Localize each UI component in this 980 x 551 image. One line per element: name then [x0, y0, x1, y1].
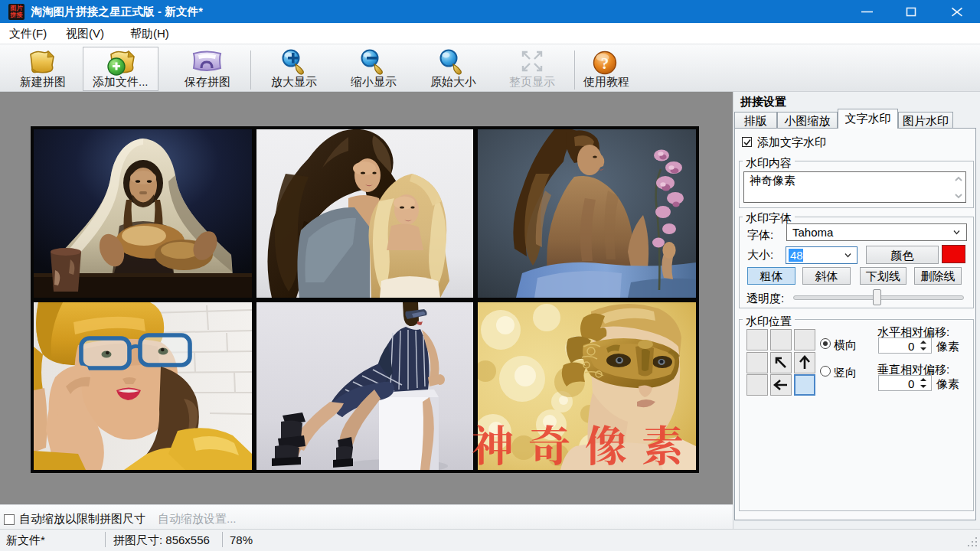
svg-text:?: ? [601, 54, 609, 73]
